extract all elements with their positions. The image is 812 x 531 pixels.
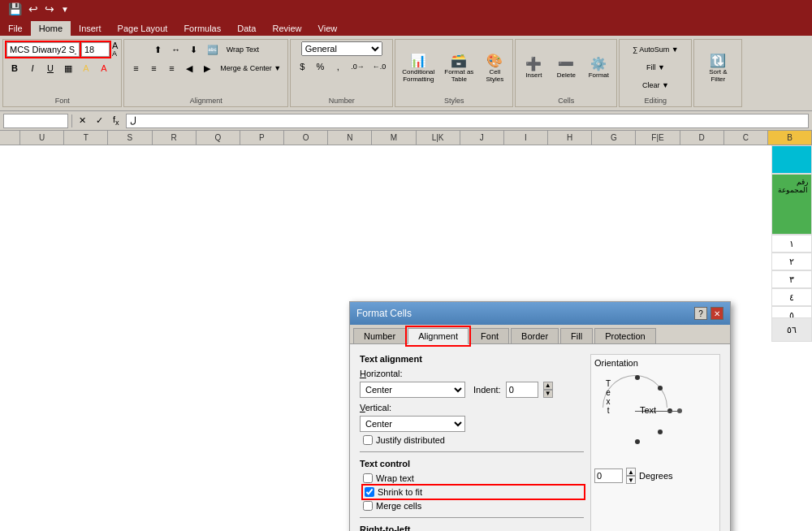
horizontal-select[interactable]: Center (360, 382, 465, 398)
cell-num-3[interactable]: ٣ (771, 270, 812, 288)
tab-protection[interactable]: Protection (594, 328, 656, 343)
insert-function-btn[interactable]: fx (110, 114, 123, 127)
col-n[interactable]: N (328, 131, 372, 145)
tab-alignment[interactable]: Alignment (408, 328, 469, 344)
indent-up-arrow[interactable]: ▲ (543, 382, 553, 390)
col-s[interactable]: S (108, 131, 152, 145)
tab-page-layout[interactable]: Page Layout (110, 21, 176, 36)
degrees-input[interactable] (594, 468, 623, 483)
col-u[interactable]: U (20, 131, 64, 145)
col-b[interactable]: B (768, 131, 812, 145)
tab-number[interactable]: Number (353, 328, 406, 343)
cell-bottom-value[interactable]: ٥٦ (771, 317, 812, 342)
cell-green[interactable]: رقم المجموعة (771, 174, 812, 235)
dialog-help-button[interactable]: ? (694, 307, 707, 320)
indent-input[interactable] (506, 382, 538, 398)
col-o[interactable]: O (284, 131, 328, 145)
cell-num-2[interactable]: ٢ (771, 253, 812, 270)
col-t[interactable]: T (64, 131, 108, 145)
tab-data[interactable]: Data (229, 21, 264, 36)
border-button[interactable]: ▦ (60, 60, 76, 76)
tab-home[interactable]: Home (31, 21, 71, 36)
font-size-input[interactable] (81, 42, 110, 57)
font-name-input[interactable] (6, 42, 80, 57)
align-middle-button[interactable]: ↔ (168, 41, 184, 58)
degrees-up[interactable]: ▲ (626, 468, 636, 476)
align-top-button[interactable]: ⬆ (150, 41, 166, 58)
currency-button[interactable]: $ (294, 58, 310, 75)
col-r[interactable]: R (153, 131, 197, 145)
col-d[interactable]: D (680, 131, 724, 145)
font-color-button[interactable]: A (96, 60, 112, 76)
name-box-input[interactable] (3, 114, 68, 128)
text-rotate-button[interactable]: 🔤 (204, 41, 222, 58)
decrease-decimal-button[interactable]: .0→ (348, 58, 368, 75)
underline-button[interactable]: U (42, 60, 58, 76)
align-bottom-button[interactable]: ⬇ (186, 41, 202, 58)
delete-button[interactable]: ➖ Delete (551, 54, 581, 80)
increase-indent-button[interactable]: ▶ (199, 60, 215, 76)
degrees-down[interactable]: ▼ (626, 476, 636, 484)
align-left-button[interactable]: ≡ (127, 60, 144, 76)
dropdown-quick-btn[interactable]: ▼ (59, 5, 71, 14)
col-q[interactable]: Q (197, 131, 240, 145)
col-lk[interactable]: L|K (417, 131, 460, 145)
autosum-button[interactable]: ∑ AutoSum ▼ (623, 41, 688, 58)
wrap-text-checkbox[interactable] (363, 473, 373, 483)
decrease-indent-button[interactable]: ◀ (181, 60, 197, 76)
insert-button[interactable]: ➕ Insert (519, 54, 548, 80)
save-quick-btn[interactable]: 💾 (6, 2, 24, 15)
increase-decimal-button[interactable]: ←.0 (369, 58, 390, 75)
number-format-select[interactable]: General (301, 41, 382, 56)
redo-quick-btn[interactable]: ↪ (43, 2, 56, 15)
tab-insert[interactable]: Insert (71, 21, 110, 36)
format-as-table-button[interactable]: 🗃️ Format asTable (441, 51, 477, 84)
fill-color-button[interactable]: A (78, 60, 94, 76)
italic-button[interactable]: I (24, 60, 41, 76)
formula-input[interactable] (126, 114, 809, 128)
tab-formulas[interactable]: Formulas (175, 21, 229, 36)
bold-button[interactable]: B (6, 60, 23, 76)
orient-dot-upper-right[interactable] (658, 386, 663, 391)
col-j[interactable]: J (460, 131, 504, 145)
tab-view[interactable]: View (310, 21, 346, 36)
col-fe[interactable]: F|E (636, 131, 680, 145)
tab-border[interactable]: Border (511, 328, 559, 343)
clear-button[interactable]: Clear ▼ (623, 77, 688, 93)
wrap-text-button[interactable]: Wrap Text (223, 41, 262, 58)
merge-cells-checkbox[interactable] (363, 501, 373, 511)
cell-num-4[interactable]: ٤ (771, 288, 812, 306)
cancel-formula-btn[interactable]: ✕ (76, 115, 89, 126)
col-g[interactable]: G (592, 131, 636, 145)
font-size-decrease[interactable]: A (112, 50, 118, 58)
merge-center-button[interactable]: Merge & Center ▼ (217, 60, 284, 76)
vertical-select[interactable]: Center (360, 416, 465, 432)
cell-num-1[interactable]: ١ (771, 235, 812, 253)
justify-distributed-checkbox[interactable] (363, 435, 373, 445)
align-right-button[interactable]: ≡ (163, 60, 179, 76)
conditional-formatting-button[interactable]: 📊 ConditionalFormatting (399, 51, 438, 84)
tab-fill[interactable]: Fill (560, 328, 593, 343)
col-i[interactable]: I (504, 131, 548, 145)
align-center-button[interactable]: ≡ (145, 60, 162, 76)
cell-cyan[interactable] (771, 145, 812, 174)
confirm-formula-btn[interactable]: ✓ (93, 115, 106, 126)
dialog-close-button[interactable]: ✕ (710, 307, 723, 320)
sort-filter-button[interactable]: 🔃 Sort &Filter (703, 51, 732, 84)
orient-dot-top[interactable] (635, 375, 640, 380)
fill-button[interactable]: Fill ▼ (623, 59, 688, 76)
col-m[interactable]: M (372, 131, 416, 145)
col-h[interactable]: H (548, 131, 592, 145)
col-p[interactable]: P (240, 131, 284, 145)
indent-down-arrow[interactable]: ▼ (543, 390, 553, 398)
cell-styles-button[interactable]: 🎨 CellStyles (480, 51, 509, 84)
tab-review[interactable]: Review (264, 21, 309, 36)
format-button[interactable]: ⚙️ Format (584, 54, 613, 80)
orient-dot-end[interactable] (677, 408, 682, 413)
shrink-to-fit-checkbox[interactable] (365, 487, 374, 497)
tab-font[interactable]: Font (470, 328, 509, 343)
orient-dot-bottom[interactable] (635, 439, 640, 444)
tab-file[interactable]: File (0, 21, 31, 36)
comma-button[interactable]: , (330, 58, 346, 75)
col-c[interactable]: C (724, 131, 768, 145)
